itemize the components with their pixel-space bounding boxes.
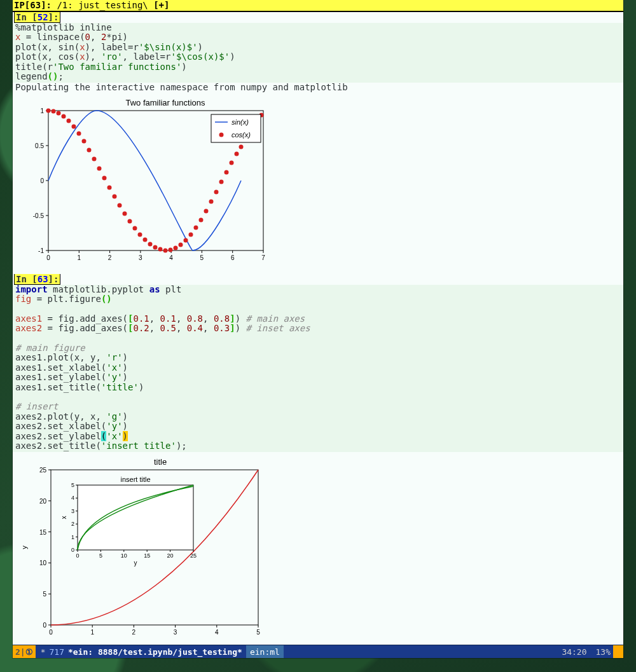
svg-text:25: 25 bbox=[190, 552, 197, 559]
svg-text:4: 4 bbox=[215, 629, 219, 636]
svg-text:15: 15 bbox=[39, 529, 47, 536]
svg-point-27 bbox=[46, 108, 51, 113]
svg-point-37 bbox=[97, 166, 102, 170]
modeline-buffer-name[interactable]: *ein: 8888/test.ipynb/just_testing* bbox=[68, 647, 242, 657]
chart1-legend: sin(x) cos(x) bbox=[211, 114, 261, 142]
cell-code-63[interactable]: import matplotlib.pyplot as plt fig = pl… bbox=[13, 285, 623, 453]
cell-output-52-figure: Two familiar functions 1 0.5 0 -0.5 -1 0… bbox=[13, 93, 623, 268]
svg-text:-1: -1 bbox=[38, 247, 44, 254]
svg-point-43 bbox=[128, 219, 132, 223]
svg-point-62 bbox=[225, 170, 229, 174]
svg-text:sin(x): sin(x) bbox=[232, 118, 249, 126]
svg-text:-0.5: -0.5 bbox=[33, 212, 45, 219]
svg-text:4: 4 bbox=[169, 254, 173, 261]
svg-point-59 bbox=[209, 199, 214, 203]
svg-text:1: 1 bbox=[40, 107, 44, 114]
svg-text:2: 2 bbox=[108, 254, 112, 261]
svg-text:5: 5 bbox=[99, 552, 102, 559]
svg-point-38 bbox=[102, 175, 107, 180]
svg-point-49 bbox=[158, 247, 163, 251]
svg-point-52 bbox=[174, 245, 178, 250]
cell-output-52-text: Populating the interactive namespace fro… bbox=[13, 83, 623, 92]
svg-text:2: 2 bbox=[71, 521, 74, 528]
svg-point-55 bbox=[189, 232, 193, 237]
svg-point-36 bbox=[92, 156, 97, 161]
svg-text:10: 10 bbox=[39, 560, 47, 567]
chart1-title: Two familiar functions bbox=[126, 98, 205, 107]
svg-text:0: 0 bbox=[43, 622, 46, 629]
svg-text:0: 0 bbox=[40, 177, 44, 184]
svg-point-28 bbox=[52, 109, 56, 113]
svg-point-57 bbox=[199, 217, 204, 222]
svg-text:0: 0 bbox=[71, 547, 74, 553]
svg-point-54 bbox=[184, 238, 188, 242]
cell-prompt-52[interactable]: In [52]: bbox=[14, 12, 60, 23]
svg-point-39 bbox=[107, 185, 112, 189]
svg-point-32 bbox=[72, 124, 76, 128]
svg-text:7: 7 bbox=[261, 254, 265, 261]
header-suffix: [+] bbox=[148, 0, 170, 10]
svg-point-73 bbox=[219, 132, 224, 137]
svg-point-44 bbox=[133, 226, 137, 230]
svg-point-33 bbox=[77, 131, 81, 135]
modeline-major-mode[interactable]: ein:ml bbox=[246, 645, 284, 658]
svg-point-30 bbox=[62, 114, 66, 118]
svg-point-63 bbox=[230, 160, 234, 165]
svg-point-60 bbox=[214, 189, 219, 194]
header-line: IP[63]: /1: just_testing\ [+] bbox=[13, 0, 623, 12]
svg-text:5: 5 bbox=[43, 591, 46, 598]
svg-text:1: 1 bbox=[71, 534, 74, 540]
svg-text:5: 5 bbox=[71, 482, 74, 488]
svg-text:0.5: 0.5 bbox=[35, 142, 44, 149]
modeline-workspace-badge[interactable]: 2|① bbox=[13, 645, 36, 658]
mode-line: 2|① * 717 *ein: 8888/test.ipynb/just_tes… bbox=[13, 645, 623, 658]
svg-text:x: x bbox=[153, 638, 156, 640]
modeline-modified-indicator: * bbox=[41, 647, 46, 657]
svg-point-50 bbox=[163, 248, 168, 252]
svg-text:1: 1 bbox=[90, 629, 94, 636]
svg-point-34 bbox=[82, 139, 86, 143]
svg-text:0: 0 bbox=[49, 629, 53, 636]
chart-two-familiar: Two familiar functions 1 0.5 0 -0.5 -1 0… bbox=[13, 97, 267, 263]
svg-text:0: 0 bbox=[46, 254, 50, 261]
svg-text:25: 25 bbox=[39, 467, 47, 474]
svg-text:20: 20 bbox=[167, 552, 174, 559]
svg-text:x: x bbox=[60, 516, 67, 519]
svg-point-48 bbox=[153, 245, 158, 249]
modeline-size: 717 bbox=[49, 647, 64, 657]
svg-point-51 bbox=[169, 247, 173, 252]
svg-text:cos(x): cos(x) bbox=[232, 131, 251, 139]
svg-text:0: 0 bbox=[76, 552, 79, 559]
svg-text:20: 20 bbox=[39, 498, 47, 505]
svg-text:y: y bbox=[20, 545, 28, 549]
header-prefix: IP[63]: bbox=[14, 0, 52, 10]
svg-text:10: 10 bbox=[121, 552, 127, 559]
svg-text:4: 4 bbox=[71, 495, 74, 502]
cell-output-63-figure: title 25 20 15 10 5 0 0 1 2 3 bbox=[13, 452, 623, 645]
cell-prompt-63[interactable]: In [63]: bbox=[14, 274, 60, 285]
header-path: /1: just_testing\ bbox=[52, 0, 148, 10]
chart2-title: title bbox=[154, 457, 167, 467]
svg-text:3: 3 bbox=[139, 254, 142, 261]
svg-point-45 bbox=[138, 232, 142, 237]
svg-point-29 bbox=[57, 111, 61, 115]
svg-rect-102 bbox=[78, 485, 193, 550]
svg-text:3: 3 bbox=[174, 629, 177, 636]
svg-point-61 bbox=[219, 179, 224, 184]
modeline-cursor-pos: 34:20 bbox=[562, 647, 586, 657]
svg-point-64 bbox=[235, 151, 239, 156]
svg-point-31 bbox=[67, 118, 71, 123]
text-cursor: ) bbox=[123, 431, 128, 441]
svg-text:5: 5 bbox=[200, 254, 204, 261]
svg-point-40 bbox=[113, 194, 117, 198]
svg-point-41 bbox=[118, 203, 122, 207]
svg-text:insert title: insert title bbox=[120, 476, 150, 483]
emacs-window: IP[63]: /1: just_testing\ [+] In [52]: %… bbox=[13, 0, 623, 658]
cell-code-52[interactable]: %matplotlib inline x = linspace(0, 2*pi)… bbox=[13, 23, 623, 83]
svg-text:1: 1 bbox=[78, 254, 81, 261]
svg-point-56 bbox=[194, 225, 198, 230]
svg-text:5: 5 bbox=[256, 629, 260, 636]
modeline-right-badge bbox=[613, 645, 623, 658]
svg-point-47 bbox=[148, 242, 153, 246]
svg-text:3: 3 bbox=[71, 508, 74, 514]
